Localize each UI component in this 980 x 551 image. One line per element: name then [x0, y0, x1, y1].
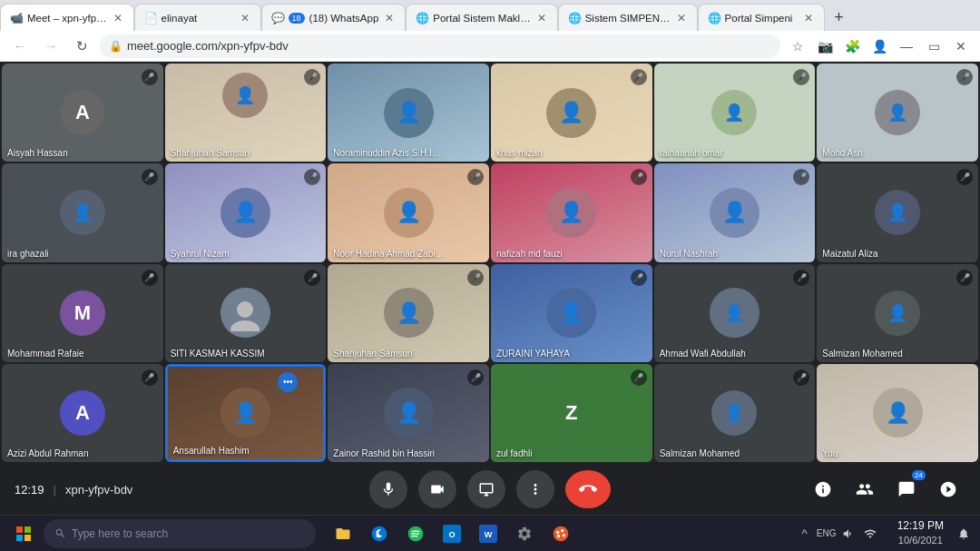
- extension-button[interactable]: 🧩: [840, 34, 864, 58]
- forward-button[interactable]: →: [38, 34, 64, 59]
- svg-point-13: [556, 530, 559, 533]
- video-cell-raihaanah[interactable]: 🎤 👤 raihaanah omar: [654, 64, 816, 162]
- bookmark-button[interactable]: ☆: [786, 34, 809, 58]
- tray-expand-icon[interactable]: ^: [796, 525, 814, 543]
- mute-icon-ahmad: 🎤: [793, 270, 809, 286]
- video-cell-shahjuhan2[interactable]: 🎤 👤 Shahjuhan Samsuri: [328, 264, 489, 362]
- mic-button[interactable]: [369, 470, 407, 508]
- tab-sistem[interactable]: 🌐 Sistem SIMPEN… ✕: [558, 4, 698, 31]
- close-browser-button[interactable]: ✕: [949, 34, 973, 58]
- tab-portal2[interactable]: 🌐 Portal Simpeni ✕: [698, 4, 825, 31]
- tab-elinayat-close[interactable]: ✕: [239, 10, 251, 26]
- more-options-button[interactable]: [516, 470, 554, 508]
- video-noraminuddin: 👤: [328, 64, 489, 162]
- video-cell-noor[interactable]: 🎤 👤 Noor Hadina Ahmad Zabi…: [328, 163, 489, 261]
- mute-icon-salmizan2: 🎤: [793, 369, 809, 386]
- video-cell-maizatul[interactable]: 🎤 👤 Maizatul Aliza: [817, 163, 978, 261]
- svg-text:O: O: [448, 530, 455, 539]
- taskbar-clock[interactable]: 12:19 PM 10/6/2021: [892, 518, 949, 547]
- profile-button[interactable]: 👤: [867, 34, 891, 58]
- notification-icon[interactable]: [955, 525, 973, 543]
- video-cell-zul[interactable]: 🎤 Z zul fadhli: [491, 364, 652, 462]
- tab-whatsapp-close[interactable]: ✕: [383, 10, 396, 26]
- video-cell-ira[interactable]: 🎤 👤 ira ghazali: [2, 163, 163, 261]
- tab-elinayat[interactable]: 📄 elinayat ✕: [134, 4, 261, 31]
- avatar-salmizan2: 👤: [654, 364, 816, 462]
- taskbar-search-placeholder: Type here to search: [72, 527, 168, 540]
- name-salmizan1: Salmizan Mohamed: [822, 349, 902, 359]
- restore-button[interactable]: ▭: [922, 34, 946, 58]
- tab-bar: 📹 Meet – xpn-yfp… ✕ 📄 elinayat ✕ 💬 18 (1…: [0, 0, 980, 31]
- chat-button[interactable]: 24: [889, 472, 924, 507]
- tab-portal1[interactable]: 🌐 Portal Sistem Makl… ✕: [406, 4, 557, 31]
- svg-text:W: W: [485, 530, 493, 539]
- video-cell-salmizan2[interactable]: 🎤 👤 Salmizan Mohamed: [654, 364, 816, 462]
- tab-elinayat-favicon: 📄: [144, 12, 157, 25]
- camera-button[interactable]: [418, 470, 456, 508]
- tab-sistem-close[interactable]: ✕: [675, 10, 688, 26]
- video-cell-siti[interactable]: 🎤 SITI KASMAH KASSIM: [165, 264, 327, 362]
- video-cell-ahmad[interactable]: 🎤 👤 Ahmad Wafi Abdullah: [654, 264, 816, 362]
- video-cell-zuraini[interactable]: 🎤 👤 ZURAINI YAHAYA: [491, 264, 652, 362]
- tray-volume-icon[interactable]: [839, 525, 858, 543]
- video-cell-ansarullah[interactable]: ••• 👤 Ansarullah Hashim: [165, 364, 327, 462]
- new-tab-button[interactable]: +: [827, 5, 852, 30]
- camera-nav-button[interactable]: 📷: [813, 34, 837, 58]
- taskbar-app-word[interactable]: W: [472, 517, 505, 550]
- video-cell-shahjuhan1[interactable]: 🎤 👤 Shahjuhan Samsuri: [165, 64, 327, 162]
- nav-actions: ☆ 📷 🧩 👤 — ▭ ✕: [786, 34, 973, 58]
- tab-portal1-title: Portal Sistem Makl…: [433, 13, 530, 24]
- video-cell-zainor[interactable]: 🎤 👤 Zainor Rashid bin Hassiri: [328, 364, 489, 462]
- video-cell-syahrul[interactable]: 🎤 👤 Syahrul Nizam: [165, 163, 327, 261]
- back-button[interactable]: ←: [7, 34, 33, 59]
- info-button[interactable]: [806, 472, 840, 507]
- video-cell-nafizah[interactable]: 🎤 👤 nafizah md fauzi: [491, 163, 652, 261]
- name-siti: SITI KASMAH KASSIM: [171, 349, 265, 359]
- more-options-ansarullah[interactable]: •••: [278, 372, 298, 392]
- video-cell-mohdasri[interactable]: 🎤 👤 Mohd Asri: [817, 64, 978, 162]
- taskbar-app-settings[interactable]: [508, 517, 541, 550]
- svg-point-6: [372, 526, 387, 541]
- video-cell-noraminuddin[interactable]: 👤 Noraminuddin Azis S.H.I…: [328, 64, 489, 162]
- tab-meet[interactable]: 📹 Meet – xpn-yfp… ✕: [0, 4, 134, 31]
- name-nurul: Nurul Nashrah: [660, 249, 718, 259]
- taskbar-search-box[interactable]: Type here to search: [44, 519, 316, 548]
- mute-icon-shahjuhan2: 🎤: [467, 270, 484, 286]
- activities-button[interactable]: [931, 472, 965, 507]
- taskbar-app-outlook[interactable]: O: [436, 517, 468, 550]
- video-cell-salmizan1[interactable]: 🎤 👤 Salmizan Mohamed: [817, 264, 978, 362]
- taskbar-app-paint[interactable]: [544, 517, 577, 550]
- tray-network-icon[interactable]: [861, 525, 879, 543]
- end-call-button[interactable]: [565, 470, 611, 508]
- tab-meet-close[interactable]: ✕: [112, 10, 124, 26]
- tab-meet-title: Meet – xpn-yfp…: [27, 13, 107, 24]
- taskbar-app-fileexplorer[interactable]: [327, 517, 359, 550]
- svg-point-14: [561, 529, 564, 532]
- reload-button[interactable]: ↻: [69, 34, 94, 59]
- svg-point-15: [563, 534, 565, 536]
- people-button[interactable]: [848, 472, 882, 507]
- video-cell-nurul[interactable]: 🎤 👤 Nurul Nashrah: [654, 163, 816, 261]
- taskbar-app-spotify[interactable]: [399, 517, 432, 550]
- video-you: 👤: [817, 364, 978, 462]
- meeting-info: 12:19 | xpn-yfpv-bdv: [15, 483, 331, 497]
- tab-portal1-close[interactable]: ✕: [535, 10, 548, 26]
- video-cell-mohammad[interactable]: 🎤 M Mohammad Rafaie: [2, 264, 163, 362]
- meeting-separator: |: [54, 483, 56, 497]
- video-cell-aisyah[interactable]: 🎤 A Aisyah Hassan: [2, 64, 163, 162]
- tab-portal2-close[interactable]: ✕: [802, 10, 815, 26]
- tab-whatsapp[interactable]: 💬 18 (18) WhatsApp ✕: [261, 4, 407, 31]
- tray-lang-icon[interactable]: ENG: [818, 525, 836, 543]
- mute-icon-mohammad: 🎤: [142, 270, 158, 286]
- name-mohdasri: Mohd Asri: [822, 148, 862, 158]
- address-bar[interactable]: 🔒 meet.google.com/xpn-yfpv-bdv: [100, 34, 780, 58]
- video-shahjuhan1: 👤: [165, 64, 327, 162]
- video-cell-khas[interactable]: 🎤 👤 khas mizan: [491, 64, 652, 162]
- video-cell-azizi[interactable]: 🎤 A Azizi Abdul Rahman: [2, 364, 163, 462]
- taskbar-app-edge[interactable]: [363, 517, 396, 550]
- avatar-salmizan1: 👤: [817, 264, 978, 362]
- present-button[interactable]: [467, 470, 505, 508]
- video-cell-you[interactable]: 👤 You: [817, 364, 978, 462]
- minimize-button[interactable]: —: [895, 34, 918, 58]
- start-button[interactable]: [7, 517, 40, 550]
